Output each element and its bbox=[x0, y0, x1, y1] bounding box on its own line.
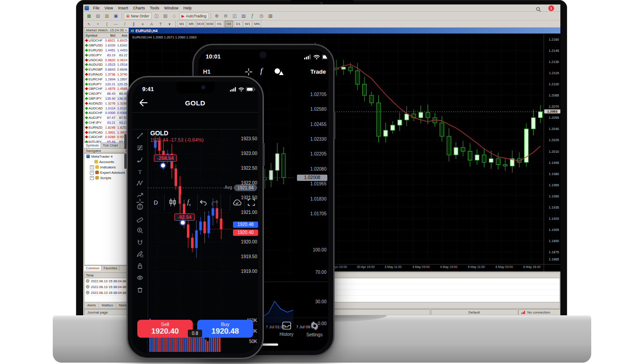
measure-icon[interactable] bbox=[132, 213, 148, 225]
market-watch-row[interactable]: GBPJPY135.90136.00 bbox=[85, 96, 128, 101]
trendline-icon[interactable]: / bbox=[121, 21, 129, 28]
redo-icon[interactable] bbox=[209, 194, 220, 210]
timeframe-w1[interactable]: W1 bbox=[243, 21, 252, 27]
timeframe-mn[interactable]: MN bbox=[253, 21, 261, 27]
cursor-icon[interactable]: ↖ bbox=[85, 21, 93, 28]
periods-icon[interactable]: ◷ bbox=[258, 13, 266, 20]
remove-drawings-icon[interactable] bbox=[132, 284, 148, 296]
menu-tools[interactable]: Tools bbox=[148, 5, 161, 11]
function-icon[interactable]: f bbox=[260, 67, 263, 75]
timeframe-m30[interactable]: M30 bbox=[206, 21, 214, 27]
market-watch-row[interactable]: EURUSD1.44511.4453 bbox=[85, 48, 128, 53]
menu-view[interactable]: View bbox=[102, 5, 115, 11]
market-watch-row[interactable]: AUDCHF0.93000.9308 bbox=[85, 111, 128, 116]
objects-icon[interactable] bbox=[274, 67, 284, 77]
zoom-in-icon[interactable]: ⊕ bbox=[213, 13, 221, 20]
menu-help[interactable]: Help bbox=[181, 5, 194, 11]
navigator-item-indicators[interactable]: +Indicators bbox=[85, 164, 128, 170]
lock-drawings-icon[interactable] bbox=[132, 260, 148, 272]
market-watch-row[interactable]: GBPUSD1.63391.6342 bbox=[85, 43, 128, 48]
market-watch-row[interactable]: CHFJPY93.2193.27 bbox=[85, 121, 128, 126]
emoji-icon[interactable] bbox=[132, 201, 148, 213]
market-watch-row[interactable]: EURAUD1.37361.3740 bbox=[85, 72, 128, 77]
market-watch-row[interactable]: AUDNZD1.32761.3288 bbox=[85, 101, 128, 106]
cloud-sync-icon[interactable] bbox=[230, 194, 244, 210]
navigator-item-scripts[interactable]: +Scripts bbox=[85, 175, 128, 180]
xabcd-pattern-icon[interactable] bbox=[132, 177, 148, 189]
search-icon[interactable] bbox=[536, 6, 541, 14]
autotrading-button[interactable]: ▶AutoTrading bbox=[179, 13, 209, 20]
menu-charts[interactable]: Charts bbox=[131, 5, 147, 11]
market-watch-row[interactable]: CADCHF0.92690.9277 bbox=[85, 135, 128, 140]
new-chart-icon[interactable]: ▦ bbox=[85, 13, 93, 20]
magnet-icon[interactable] bbox=[132, 237, 148, 248]
metaeditor-icon[interactable]: ◇ bbox=[170, 13, 178, 20]
arrows-icon[interactable]: ▾ bbox=[165, 21, 174, 28]
column-ask[interactable]: Ask bbox=[116, 33, 128, 38]
tile-windows-icon[interactable]: ◫ bbox=[231, 13, 239, 20]
tab-common[interactable]: Common bbox=[84, 266, 102, 271]
fib-retracement-icon[interactable] bbox=[132, 142, 148, 154]
timeframe-h1-button[interactable]: H1 bbox=[203, 68, 211, 75]
column-symbol[interactable]: Symbol bbox=[85, 33, 104, 38]
undo-icon[interactable] bbox=[197, 194, 209, 210]
text-icon[interactable]: A bbox=[148, 21, 156, 28]
fullscreen-icon[interactable] bbox=[244, 194, 258, 210]
channel-icon[interactable]: ∥ bbox=[130, 21, 138, 28]
column-bid[interactable]: Bid bbox=[104, 33, 116, 38]
expand-icon[interactable]: + bbox=[90, 171, 94, 175]
market-watch-icon[interactable]: ▥ bbox=[103, 13, 111, 20]
market-watch-row[interactable]: USDCHF0.89210.8925 bbox=[85, 38, 128, 43]
data-window-icon[interactable]: ▣ bbox=[112, 13, 120, 20]
hide-drawings-icon[interactable] bbox=[132, 272, 148, 284]
sell-button[interactable]: Sell 1920.40 bbox=[137, 320, 193, 338]
tab-mailbox[interactable]: Mailbox bbox=[99, 303, 116, 307]
market-watch-row[interactable]: AUDUSD1.05151.0518 bbox=[85, 63, 128, 67]
timeframe-h1[interactable]: H1 bbox=[215, 21, 224, 27]
tab-tick-chart[interactable]: Tick Chart bbox=[101, 143, 120, 148]
market-watch-row[interactable]: AUDCAD1.01141.0124 bbox=[85, 106, 128, 111]
navigator-item-expert-advisors[interactable]: +Expert Advisors bbox=[85, 170, 128, 175]
status-profile[interactable]: Default bbox=[431, 309, 517, 315]
timeframe-m5[interactable]: M5 bbox=[187, 21, 195, 27]
tab-favorites[interactable]: Favorites bbox=[102, 266, 119, 271]
chart-titlebar[interactable]: EURUSD,H4 bbox=[129, 28, 560, 33]
trade-button[interactable]: Trade bbox=[310, 68, 326, 75]
drawing-mode-icon[interactable] bbox=[132, 248, 148, 260]
vertical-line-icon[interactable]: | bbox=[103, 21, 111, 28]
profiles-icon[interactable]: ▤ bbox=[94, 13, 102, 20]
market-watch-row[interactable]: EURCAD1.39011.3905 bbox=[85, 130, 128, 135]
timeframe-h4[interactable]: H4 bbox=[225, 21, 233, 27]
brush-icon[interactable] bbox=[132, 154, 148, 165]
templates-icon[interactable]: ▨ bbox=[267, 13, 275, 20]
navigator-icon[interactable]: ◫ bbox=[153, 13, 161, 20]
indicators-fx-icon[interactable]: fx bbox=[181, 194, 197, 210]
market-watch-row[interactable]: GBPCHF1.45751.4585 bbox=[85, 87, 128, 92]
timeframe-button[interactable]: D bbox=[148, 194, 164, 210]
horizontal-line-icon[interactable]: — bbox=[112, 21, 120, 28]
crosshair-icon[interactable]: + bbox=[94, 21, 102, 28]
menu-file[interactable]: File bbox=[91, 5, 102, 11]
expand-icon[interactable]: + bbox=[90, 165, 94, 169]
market-watch-row[interactable]: CADJPY86.4386.49 bbox=[85, 92, 128, 96]
market-watch-row[interactable]: EURJPY120.21120.25 bbox=[85, 82, 128, 87]
trend-line-icon[interactable] bbox=[132, 130, 148, 142]
nav-settings[interactable]: Settings bbox=[306, 322, 322, 337]
tab-alerts[interactable]: Alerts bbox=[85, 303, 99, 307]
text-tool-icon[interactable]: T bbox=[132, 166, 148, 177]
forecast-icon[interactable] bbox=[132, 189, 148, 201]
menu-window[interactable]: Window bbox=[162, 5, 181, 11]
tab-symbols[interactable]: Symbols bbox=[84, 143, 101, 148]
notification-badge[interactable]: 1 bbox=[548, 5, 554, 11]
menu-insert[interactable]: Insert bbox=[116, 5, 131, 11]
market-watch-row[interactable]: USDJPY83.1983.22 bbox=[85, 53, 128, 58]
zoom-in-icon[interactable] bbox=[132, 225, 148, 236]
expand-icon[interactable]: + bbox=[90, 176, 94, 180]
nav-history[interactable]: History bbox=[280, 322, 293, 337]
market-watch-row[interactable]: EURNZD1.82451.8253 bbox=[85, 125, 128, 130]
timeframe-m1[interactable]: M1 bbox=[178, 21, 186, 27]
indicators-icon[interactable]: ƒ bbox=[249, 13, 257, 20]
navigator-root[interactable]: MetaTrader 4 bbox=[85, 154, 128, 159]
timeframe-m15[interactable]: M15 bbox=[196, 21, 205, 27]
fibonacci-icon[interactable]: ≡ bbox=[139, 21, 147, 28]
